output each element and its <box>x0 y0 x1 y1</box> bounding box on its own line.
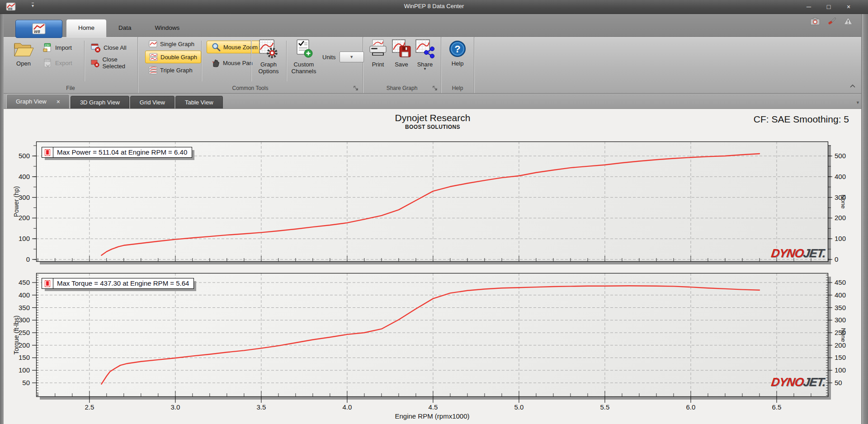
mouse-pan-button[interactable]: Mouse Pan <box>207 57 257 69</box>
capture-icon[interactable] <box>810 17 820 27</box>
y-tick-label: 100 <box>19 235 30 242</box>
units-dropdown[interactable]: ▼ <box>340 52 364 62</box>
torque-right-axis-label: None <box>840 328 847 342</box>
graph-view-panel: Dynojet Research BOOST SOLUTIONS CF: SAE… <box>4 108 862 424</box>
y-tick-label-right: 150 <box>835 353 846 361</box>
y-tick-label-right: 100 <box>835 366 846 374</box>
collapse-ribbon-button[interactable] <box>850 81 855 90</box>
y-tick-label: 500 <box>19 152 30 160</box>
ribbon: Open CSV Import CSV Export <box>4 37 862 94</box>
ribbon-group-file: Open CSV Import CSV Export <box>4 37 138 93</box>
y-tick-label-right: 200 <box>835 341 846 349</box>
power-legend: Max Power = 511.04 at Engine RPM = 6.40 <box>42 147 192 158</box>
double-graph-icon <box>149 53 158 61</box>
y-tick-label-right: 0 <box>835 255 838 263</box>
group-label-common-tools: Common Tools <box>138 85 363 91</box>
power-y-axis-label: Power (hp) <box>13 186 20 217</box>
window-title: WinPEP 8 Data Center <box>0 3 868 9</box>
tab-data[interactable]: Data <box>107 19 143 37</box>
tab-table-view[interactable]: Table View <box>175 96 223 108</box>
svg-text:CSV: CSV <box>45 59 50 62</box>
y-tick-label: 300 <box>19 316 30 324</box>
import-button[interactable]: CSV Import <box>42 42 72 53</box>
close-selected-button[interactable]: Close Selected <box>90 57 137 69</box>
window-frame-right <box>861 0 868 424</box>
theme-brush-icon[interactable] <box>827 17 836 27</box>
y-tick-label-right: 50 <box>835 379 842 386</box>
import-csv-icon: CSV <box>42 42 52 52</box>
y-tick-label: 100 <box>19 366 30 374</box>
dynojet-logo: DYNOJET. <box>770 376 826 388</box>
chart-title: Dynojet Research <box>4 113 862 123</box>
tab-list-dropdown-icon[interactable]: ▼ <box>856 100 860 105</box>
help-button[interactable]: ? Help <box>448 40 467 67</box>
open-folder-icon <box>13 40 34 58</box>
y-tick-label-right: 200 <box>835 214 846 221</box>
y-tick-label: 50 <box>22 379 30 386</box>
export-csv-icon: CSV <box>42 58 52 68</box>
graph-options-button[interactable]: Graph Options <box>255 39 283 75</box>
tab-grid-view[interactable]: Grid View <box>130 96 175 108</box>
triple-graph-icon <box>149 66 157 74</box>
chart-subtitle: BOOST SOLUTIONS <box>4 124 862 130</box>
share-dropdown-arrow[interactable]: ▼ <box>414 68 436 71</box>
minimize-button[interactable]: ─ <box>800 1 817 13</box>
save-button[interactable]: Save <box>390 39 413 68</box>
y-tick-label: 0 <box>26 255 30 263</box>
tab-graph-view[interactable]: Graph View × <box>6 94 70 108</box>
correction-factor-label: CF: SAE Smoothing: 5 <box>754 114 849 125</box>
y-tick-label: 200 <box>19 341 30 349</box>
x-tick-label: 2.5 <box>85 403 94 411</box>
tab-windows[interactable]: Windows <box>143 19 192 37</box>
close-button[interactable]: × <box>840 1 857 13</box>
power-chart[interactable]: 00100100200200300300400400500500 Max Pow… <box>36 141 828 262</box>
y-tick-label-right: 300 <box>835 316 846 324</box>
printer-icon <box>368 39 388 59</box>
application-menu-button[interactable]: W8 <box>15 20 62 38</box>
torque-series-swatch <box>42 278 53 288</box>
y-tick-label-right: 350 <box>835 304 846 311</box>
share-button[interactable]: Share ▼ <box>414 39 436 71</box>
dynojet-logo: DYNOJET. <box>770 247 826 259</box>
x-tick-label: 3.5 <box>256 403 266 411</box>
maximize-button[interactable]: □ <box>820 1 837 13</box>
y-tick-label-right: 450 <box>835 278 846 286</box>
y-tick-label-right: 500 <box>835 152 846 160</box>
units-control: Units ▼ <box>322 52 364 62</box>
double-graph-button[interactable]: Double Graph <box>145 51 201 63</box>
svg-text:W8: W8 <box>34 29 40 34</box>
tab-3d-graph-view[interactable]: 3D Graph View <box>71 96 129 108</box>
y-tick-label-right: 400 <box>835 173 846 180</box>
winpep-window: W8 ▾ WinPEP 8 Data Center ─ □ × W8 Home … <box>0 0 868 424</box>
x-tick-label: 6.5 <box>772 403 782 411</box>
single-graph-icon <box>149 40 157 47</box>
alerts-icon[interactable] <box>844 17 853 27</box>
close-selected-icon <box>90 58 99 68</box>
y-tick-label-right: 400 <box>835 291 846 299</box>
svg-text:CSV: CSV <box>45 44 50 47</box>
ribbon-group-help: ? Help Help <box>441 37 474 93</box>
single-graph-button[interactable]: Single Graph <box>145 38 198 50</box>
export-button[interactable]: CSV Export <box>42 57 72 69</box>
close-all-button[interactable]: Close All <box>90 42 127 53</box>
share-graph-icon <box>415 39 435 59</box>
triple-graph-button[interactable]: Triple Graph <box>145 64 196 76</box>
open-button[interactable]: Open <box>10 40 37 67</box>
help-icon: ? <box>448 40 467 58</box>
torque-chart[interactable]: 5050100100150150200200250250300300350350… <box>36 273 828 397</box>
y-tick-label: 400 <box>19 173 30 180</box>
torque-plot[interactable]: 5050100100150150200200250250300300350350… <box>36 273 828 397</box>
close-tab-icon[interactable]: × <box>57 99 60 105</box>
torque-y-axis-label: Torque (ft-lbs) <box>13 316 20 354</box>
print-button[interactable]: Print <box>367 39 389 68</box>
y-tick-label-right: 100 <box>835 235 846 242</box>
title-bar: W8 ▾ WinPEP 8 Data Center ─ □ × <box>0 0 868 14</box>
y-tick-label: 300 <box>19 193 30 201</box>
group-label-help: Help <box>441 85 474 91</box>
tab-home[interactable]: Home <box>66 19 107 37</box>
window-frame-left <box>0 0 4 424</box>
torque-legend-text: Max Torque = 437.30 at Engine RPM = 5.64 <box>53 278 193 288</box>
power-plot[interactable]: 00100100200200300300400400500500 <box>36 141 828 262</box>
group-label-share-graph: Share Graph <box>363 85 441 91</box>
custom-channels-button[interactable]: Custom Channels <box>290 39 318 75</box>
